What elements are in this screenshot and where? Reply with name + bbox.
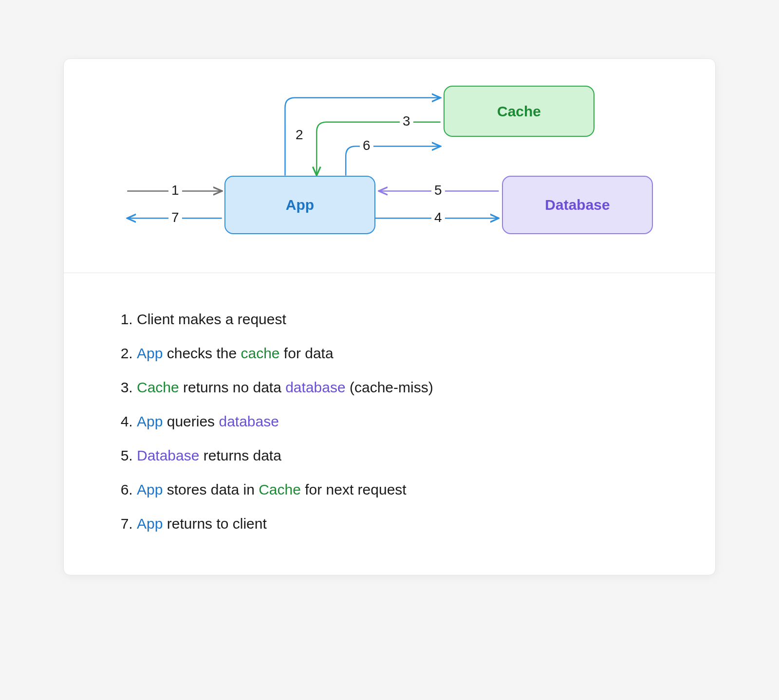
node-database-label: Database <box>545 197 610 213</box>
step-text-part: (cache-miss) <box>346 379 433 395</box>
step-text-part: App <box>137 481 163 497</box>
step-text-part: Database <box>137 447 199 463</box>
step-item: App stores data in Cache for next reques… <box>137 473 662 507</box>
step-text-part: App <box>137 345 163 361</box>
diagram-arrows <box>64 59 715 273</box>
step-text-part: database <box>285 379 345 395</box>
arrow-label-7: 7 <box>168 210 182 225</box>
step-text-part: cache <box>241 345 279 361</box>
step-text-part: returns data <box>199 447 281 463</box>
step-text-part: database <box>219 413 278 429</box>
step-item: App returns to client <box>137 507 662 541</box>
arrow-label-2: 2 <box>293 127 306 143</box>
steps-list-container: Client makes a requestApp checks the cac… <box>64 273 715 575</box>
step-item: App queries database <box>137 405 662 439</box>
step-text-part: Client makes a request <box>137 311 286 327</box>
step-text-part: returns no data <box>179 379 285 395</box>
step-text-part: stores data in <box>163 481 259 497</box>
step-text-part: checks the <box>163 345 241 361</box>
step-text-part: Cache <box>259 481 301 497</box>
arrow-label-4: 4 <box>431 210 445 225</box>
step-item: Cache returns no data database (cache-mi… <box>137 370 662 405</box>
arrow-label-1: 1 <box>168 183 182 198</box>
step-item: Database returns data <box>137 439 662 473</box>
step-text-part: for data <box>280 345 334 361</box>
step-text-part: App <box>137 413 163 429</box>
step-item: App checks the cache for data <box>137 336 662 370</box>
arrow-label-5: 5 <box>431 183 445 198</box>
step-text-part: App <box>137 516 163 532</box>
arrow-label-6: 6 <box>360 138 373 153</box>
node-cache: Cache <box>444 86 594 137</box>
step-item: Client makes a request <box>137 302 662 336</box>
arrow-label-3: 3 <box>400 113 413 129</box>
diagram-card: App Cache Database 1 7 2 3 6 5 4 Client … <box>63 58 716 575</box>
step-text-part: for next request <box>301 481 407 497</box>
node-app-label: App <box>286 197 314 213</box>
step-text-part: Cache <box>137 379 179 395</box>
node-database: Database <box>502 176 653 234</box>
step-text-part: queries <box>163 413 219 429</box>
node-app: App <box>224 176 375 234</box>
steps-list: Client makes a requestApp checks the cac… <box>117 302 662 541</box>
step-text-part: returns to client <box>163 516 266 532</box>
node-cache-label: Cache <box>497 103 541 120</box>
diagram-canvas: App Cache Database 1 7 2 3 6 5 4 <box>64 59 715 273</box>
